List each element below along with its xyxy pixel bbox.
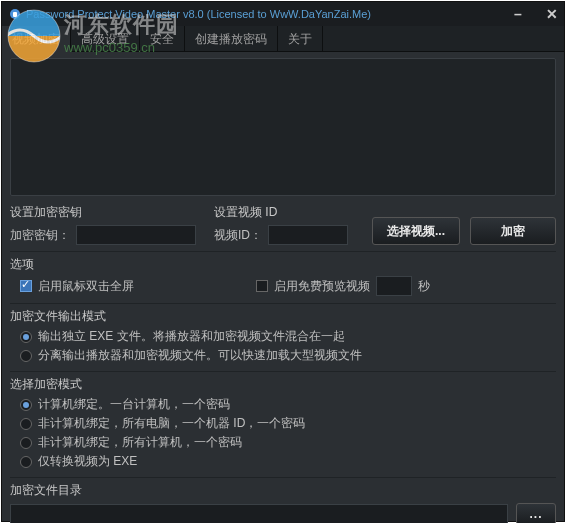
dir-title: 加密文件目录 xyxy=(10,482,556,499)
close-button[interactable]: ✕ xyxy=(544,6,560,22)
select-video-button[interactable]: 选择视频... xyxy=(372,217,460,245)
preview-seconds-input[interactable] xyxy=(376,276,412,296)
encmode-exe-only-label: 仅转换视频为 EXE xyxy=(38,453,137,470)
video-id-input[interactable] xyxy=(268,225,348,245)
tab-video-encrypt[interactable]: 视频加密 xyxy=(2,26,71,52)
encmode-not-bind-all-radio[interactable] xyxy=(20,437,32,449)
app-window: Password Protect Video Master v8.0 (Lice… xyxy=(1,1,565,522)
encrypt-key-group: 设置加密密钥 加密密钥： xyxy=(10,204,196,245)
tab-security[interactable]: 安全 xyxy=(140,26,185,52)
encmode-pc-bind-label: 计算机绑定。一台计算机，一个密码 xyxy=(38,396,230,413)
free-preview-checkbox[interactable] xyxy=(256,280,268,292)
output-single-exe-label: 输出独立 EXE 文件。将播放器和加密视频文件混合在一起 xyxy=(38,328,345,345)
encrypt-mode-title: 选择加密模式 xyxy=(10,376,556,393)
encrypt-key-section-label: 设置加密密钥 xyxy=(10,204,196,221)
encmode-not-bind-all-label: 非计算机绑定，所有计算机，一个密码 xyxy=(38,434,242,451)
video-id-group: 设置视频 ID 视频ID： xyxy=(214,204,348,245)
output-dir-input[interactable] xyxy=(10,504,508,523)
output-single-exe-radio[interactable] xyxy=(20,331,32,343)
output-separate-radio[interactable] xyxy=(20,350,32,362)
encrypt-key-label: 加密密钥： xyxy=(10,227,70,244)
free-preview-label: 启用免费预览视频 xyxy=(274,278,370,295)
titlebar: Password Protect Video Master v8.0 (Lice… xyxy=(2,2,564,26)
svg-rect-1 xyxy=(13,12,17,17)
options-title: 选项 xyxy=(10,256,556,273)
video-preview-area xyxy=(10,58,556,196)
window-title: Password Protect Video Master v8.0 (Lice… xyxy=(26,8,371,20)
output-separate-label: 分离输出播放器和加密视频文件。可以快速加载大型视频文件 xyxy=(38,347,362,364)
encmode-exe-only-radio[interactable] xyxy=(20,456,32,468)
minimize-button[interactable]: – xyxy=(510,6,526,22)
content: 设置加密密钥 加密密钥： 设置视频 ID 视频ID： 选择视频... 加密 选项 xyxy=(2,52,564,523)
window-controls: – ✕ xyxy=(510,2,560,26)
video-id-label: 视频ID： xyxy=(214,227,262,244)
encrypt-key-input[interactable] xyxy=(76,225,196,245)
output-mode-title: 加密文件输出模式 xyxy=(10,308,556,325)
app-icon xyxy=(8,7,22,21)
tab-advanced[interactable]: 高级设置 xyxy=(71,26,140,52)
seconds-suffix: 秒 xyxy=(418,278,430,295)
dblclick-fullscreen-label: 启用鼠标双击全屏 xyxy=(38,278,134,295)
encrypt-button[interactable]: 加密 xyxy=(470,217,556,245)
tab-create-password[interactable]: 创建播放密码 xyxy=(185,26,278,52)
tab-about[interactable]: 关于 xyxy=(278,26,323,52)
browse-dir-button[interactable]: ... xyxy=(516,503,556,523)
encmode-not-bind-mid-radio[interactable] xyxy=(20,418,32,430)
video-id-section-label: 设置视频 ID xyxy=(214,204,348,221)
encmode-pc-bind-radio[interactable] xyxy=(20,399,32,411)
tabbar: 视频加密 高级设置 安全 创建播放密码 关于 xyxy=(2,26,564,52)
encmode-not-bind-mid-label: 非计算机绑定，所有电脑，一个机器 ID，一个密码 xyxy=(38,415,305,432)
dblclick-fullscreen-checkbox[interactable] xyxy=(20,280,32,292)
